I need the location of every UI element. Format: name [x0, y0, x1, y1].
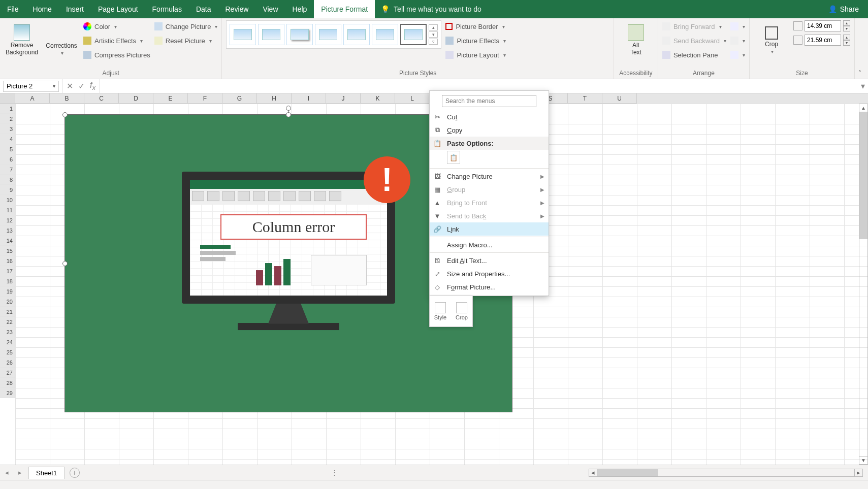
column-header-I[interactable]: I: [292, 93, 326, 104]
row-header-4[interactable]: 4: [0, 134, 15, 144]
rotate-button[interactable]: ▾: [730, 49, 745, 61]
row-header-19[interactable]: 19: [0, 286, 15, 297]
ctx-size-and-properties-[interactable]: ⤢Size and Properties...: [430, 267, 549, 280]
change-picture-button[interactable]: Change Picture▾: [154, 20, 218, 32]
menu-tab-home[interactable]: Home: [26, 0, 59, 18]
row-header-14[interactable]: 14: [0, 236, 15, 246]
vertical-scrollbar[interactable]: ▲ ▼: [859, 104, 868, 465]
picture-style-3[interactable]: [286, 24, 313, 45]
row-header-10[interactable]: 10: [0, 195, 15, 205]
row-header-6[interactable]: 6: [0, 154, 15, 165]
row-header-3[interactable]: 3: [0, 124, 15, 134]
mini-crop-button[interactable]: Crop: [451, 296, 472, 327]
selection-pane-button[interactable]: Selection Pane: [662, 49, 726, 61]
column-header-C[interactable]: C: [84, 93, 119, 104]
picture-style-2[interactable]: [258, 24, 284, 45]
ctx-edit-alt-text-[interactable]: 🖻Edit Alt Text...: [430, 254, 549, 267]
row-header-22[interactable]: 22: [0, 317, 15, 327]
row-header-28[interactable]: 28: [0, 378, 15, 388]
tell-me[interactable]: 💡 Tell me what you want to do: [381, 5, 481, 13]
menu-tab-formulas[interactable]: Formulas: [145, 0, 189, 18]
name-box[interactable]: Picture 2 ▾: [3, 81, 59, 92]
resize-handle-ml[interactable]: [62, 261, 68, 266]
ctx-paste-options[interactable]: 📋Paste Options:: [430, 137, 549, 150]
resize-handle-tl[interactable]: [62, 112, 68, 117]
row-header-17[interactable]: 17: [0, 266, 15, 276]
sheet-nav-next[interactable]: ▸: [13, 469, 26, 476]
vscroll-thumb[interactable]: [859, 112, 867, 239]
menu-tab-help[interactable]: Help: [285, 0, 314, 18]
ctx-link[interactable]: 🔗Link: [430, 222, 549, 236]
align-button[interactable]: ▾: [730, 20, 745, 32]
row-header-13[interactable]: 13: [0, 225, 15, 236]
row-header-7[interactable]: 7: [0, 165, 15, 175]
row-header-8[interactable]: 8: [0, 175, 15, 185]
scroll-down-icon[interactable]: ▼: [859, 456, 867, 464]
menu-tab-data[interactable]: Data: [189, 0, 218, 18]
ctx-copy[interactable]: ⧉Copy: [430, 123, 549, 137]
context-search-input[interactable]: [442, 95, 536, 107]
mini-style-button[interactable]: Style: [430, 296, 451, 327]
horizontal-scrollbar[interactable]: ◂ ▸: [589, 469, 863, 477]
row-header-26[interactable]: 26: [0, 357, 15, 368]
scroll-up-icon[interactable]: ▲: [859, 104, 867, 112]
width-input[interactable]: [805, 35, 841, 46]
color-button[interactable]: Color▾: [83, 20, 150, 32]
crop-button[interactable]: Crop ▾: [754, 20, 789, 60]
expand-formula-bar[interactable]: ▾: [858, 81, 868, 91]
rotate-handle[interactable]: [286, 106, 291, 111]
row-header-25[interactable]: 25: [0, 347, 15, 357]
column-header-A[interactable]: A: [15, 93, 50, 104]
menu-tab-review[interactable]: Review: [218, 0, 256, 18]
picture-border-button[interactable]: Picture Border▾: [445, 20, 506, 32]
chevron-up-icon[interactable]: ▴: [429, 24, 438, 30]
column-header-U[interactable]: U: [602, 93, 637, 104]
collapse-ribbon-button[interactable]: ˄: [855, 70, 865, 77]
menu-tab-insert[interactable]: Insert: [59, 0, 91, 18]
picture-style-4[interactable]: [315, 24, 341, 45]
picture-style-7[interactable]: [400, 24, 427, 45]
column-header-J[interactable]: J: [326, 93, 361, 104]
row-header-11[interactable]: 11: [0, 205, 15, 215]
row-header-21[interactable]: 21: [0, 307, 15, 317]
column-header-T[interactable]: T: [568, 93, 602, 104]
ctx-cut[interactable]: ✂Cut: [430, 110, 549, 123]
row-header-16[interactable]: 16: [0, 256, 15, 266]
artistic-effects-button[interactable]: Artistic Effects▾: [83, 35, 150, 47]
column-header-G[interactable]: G: [222, 93, 257, 104]
column-header-L[interactable]: L: [395, 93, 430, 104]
picture-style-1[interactable]: [230, 24, 256, 45]
row-header-29[interactable]: 29: [0, 388, 15, 398]
menu-tab-view[interactable]: View: [255, 0, 285, 18]
reset-picture-button[interactable]: Reset Picture▾: [154, 35, 218, 47]
row-header-20[interactable]: 20: [0, 297, 15, 307]
column-header-D[interactable]: D: [119, 93, 153, 104]
enter-formula-icon[interactable]: ✓: [78, 81, 85, 91]
spin-down[interactable]: ▾: [843, 26, 850, 31]
picture-styles-gallery[interactable]: ▴▾▿: [226, 20, 441, 49]
ctx-format-picture-[interactable]: ◇Format Picture...: [430, 280, 549, 294]
resize-handle-tm[interactable]: [286, 112, 291, 117]
row-header-27[interactable]: 27: [0, 368, 15, 378]
picture-style-6[interactable]: [372, 24, 398, 45]
corrections-button[interactable]: Corrections ▾: [44, 20, 79, 60]
scroll-right-icon[interactable]: ▸: [854, 469, 862, 476]
remove-background-button[interactable]: Remove Background: [4, 20, 40, 60]
add-sheet-button[interactable]: +: [70, 468, 80, 478]
group-objects-button[interactable]: ▾: [730, 35, 745, 47]
more-icon[interactable]: ▿: [429, 39, 438, 45]
column-header-F[interactable]: F: [188, 93, 222, 104]
height-input[interactable]: [805, 20, 841, 31]
sheet-nav-prev[interactable]: ◂: [0, 469, 13, 476]
column-header-B[interactable]: B: [50, 93, 84, 104]
menu-tab-picture-format[interactable]: Picture Format: [314, 0, 375, 18]
column-header-E[interactable]: E: [153, 93, 188, 104]
row-header-18[interactable]: 18: [0, 276, 15, 286]
send-backward-button[interactable]: Send Backward▾: [662, 35, 726, 47]
cancel-formula-icon[interactable]: ✕: [67, 81, 73, 91]
row-header-2[interactable]: 2: [0, 114, 15, 124]
column-header-H[interactable]: H: [257, 93, 292, 104]
picture-style-5[interactable]: [343, 24, 370, 45]
fx-icon[interactable]: fx: [90, 81, 95, 91]
menu-tab-file[interactable]: File: [0, 0, 26, 18]
